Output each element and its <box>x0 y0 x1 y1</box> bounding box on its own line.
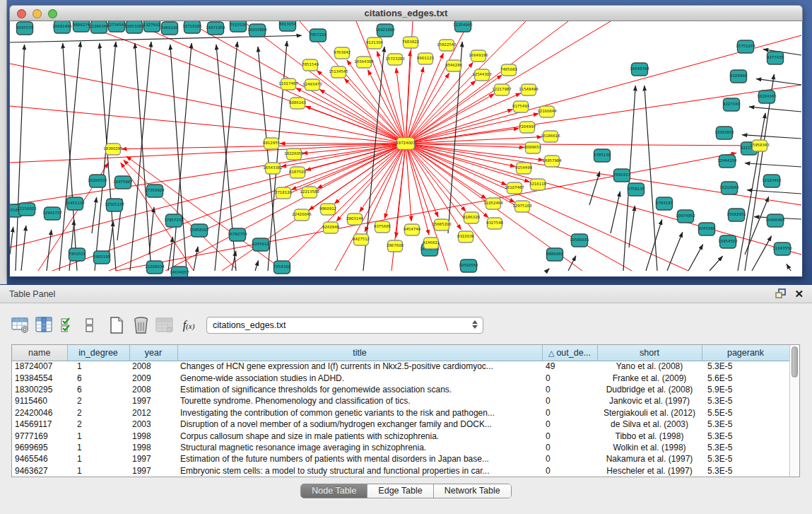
network-view-canvas[interactable]: 4035574206914069806274212663441273454310… <box>10 21 802 276</box>
cell-title[interactable]: Disruption of a novel member of a sodium… <box>177 419 542 430</box>
cell-indeg[interactable]: 1 <box>67 442 129 453</box>
table-row[interactable]: 2242004622012Investigating the contribut… <box>12 407 789 419</box>
cell-short[interactable]: Tibbo et al. (1998) <box>597 430 702 441</box>
cell-year[interactable]: 2008 <box>129 384 177 395</box>
import-table-icon[interactable] <box>153 314 177 337</box>
cell-year[interactable]: 1997 <box>129 465 177 477</box>
select-all-icon[interactable] <box>57 314 81 337</box>
cell-page[interactable]: 5.3E-5 <box>702 442 789 453</box>
cell-title[interactable]: Investigating the contribution of common… <box>177 407 542 419</box>
cell-indeg[interactable]: 6 <box>67 384 129 395</box>
cell-short[interactable]: Franke et al. (2009) <box>597 372 702 383</box>
cell-name[interactable]: 9777169 <box>12 430 67 441</box>
cell-out[interactable]: 0 <box>542 372 597 383</box>
cell-indeg[interactable]: 2 <box>67 395 129 407</box>
network-selector-dropdown[interactable]: citations_edges.txt <box>206 317 483 334</box>
table-row[interactable]: 946362711997Embryonic stem cells: a mode… <box>12 465 789 477</box>
cell-out[interactable]: 0 <box>542 430 597 441</box>
column-header-short[interactable]: short <box>597 345 702 361</box>
cell-out[interactable]: 0 <box>542 419 597 430</box>
table-row[interactable]: 911546021997Tourette syndrome. Phenomeno… <box>12 395 789 407</box>
unselect-all-icon[interactable] <box>81 314 99 337</box>
cell-name[interactable]: 22420046 <box>12 407 67 419</box>
cell-year[interactable]: 1997 <box>129 453 177 465</box>
cell-name[interactable]: 19384554 <box>12 372 67 383</box>
cell-indeg[interactable]: 1 <box>67 453 129 465</box>
cell-title[interactable]: Estimation of significance thresholds fo… <box>177 384 542 395</box>
cell-title[interactable]: Structural magnetic resonance image aver… <box>177 442 542 453</box>
cell-out[interactable]: 0 <box>542 395 597 407</box>
cell-year[interactable]: 1998 <box>129 430 177 441</box>
cell-page[interactable]: 5.3E-5 <box>702 395 789 407</box>
cell-page[interactable]: 5.3E-5 <box>702 465 789 477</box>
cell-page[interactable]: 5.9E-5 <box>702 384 789 395</box>
table-scrollbar[interactable] <box>789 345 799 477</box>
cell-year[interactable]: 2008 <box>129 361 177 372</box>
function-builder-icon[interactable]: f(x) <box>177 314 201 337</box>
table-row[interactable]: 977716911998Corpus callosum shape and si… <box>12 430 789 441</box>
cell-year[interactable]: 2012 <box>129 407 177 419</box>
close-panel-icon[interactable]: ✕ <box>794 288 804 300</box>
table-row[interactable]: 1872400712008Changes of HCN gene express… <box>12 361 789 372</box>
zoom-window-icon[interactable] <box>48 9 57 18</box>
cell-name[interactable]: 9115460 <box>12 395 67 407</box>
table-row[interactable]: 1938455462009Genome-wide association stu… <box>12 372 789 383</box>
cell-year[interactable]: 1997 <box>129 395 177 407</box>
cell-title[interactable]: Corpus callosum shape and size in male p… <box>177 430 542 441</box>
network-window-titlebar[interactable]: citations_edges.txt <box>9 5 803 21</box>
cell-out[interactable]: 0 <box>542 407 597 419</box>
cell-indeg[interactable]: 6 <box>67 372 129 383</box>
tab-edge-table[interactable]: Edge Table <box>367 484 433 498</box>
cell-short[interactable]: Dudbridge et al. (2008) <box>597 384 702 395</box>
cell-page[interactable]: 5.3E-5 <box>702 430 789 441</box>
table-row[interactable]: 1456911722003Disruption of a novel membe… <box>12 419 789 430</box>
table-settings-icon[interactable] <box>8 314 33 337</box>
delete-column-icon[interactable] <box>129 314 153 337</box>
cell-page[interactable]: 5.6E-5 <box>702 372 789 383</box>
cell-short[interactable]: Yano et al. (2008) <box>597 361 702 372</box>
cell-year[interactable]: 1998 <box>129 442 177 453</box>
cell-out[interactable]: 0 <box>542 384 597 395</box>
cell-title[interactable]: Embryonic stem cells: a model to study s… <box>177 465 542 477</box>
cell-page[interactable]: 5.3E-5 <box>702 453 789 465</box>
close-window-icon[interactable] <box>17 9 26 18</box>
table-scrollbar-thumb[interactable] <box>792 346 798 378</box>
cell-page[interactable]: 5.3E-5 <box>702 419 789 430</box>
cell-title[interactable]: Changes of HCN gene expression and I(f) … <box>177 361 542 372</box>
minimize-window-icon[interactable] <box>33 9 42 18</box>
cell-year[interactable]: 2003 <box>129 419 177 430</box>
cell-name[interactable]: 18724007 <box>12 361 67 372</box>
column-header-pagerank[interactable]: pagerank <box>702 345 789 361</box>
cell-title[interactable]: Genome-wide association studies in ADHD. <box>177 372 542 383</box>
cell-short[interactable]: Jankovic et al. (1997) <box>597 395 702 407</box>
select-column-icon[interactable] <box>33 314 57 337</box>
cell-indeg[interactable]: 2 <box>67 407 129 419</box>
column-header-name[interactable]: name <box>12 345 67 361</box>
table-row[interactable]: 969969511998Structural magnetic resonanc… <box>12 442 789 453</box>
column-header-year[interactable]: year <box>129 345 177 361</box>
cell-short[interactable]: Nakamura et al. (1997) <box>597 453 702 465</box>
cell-indeg[interactable]: 1 <box>67 361 129 372</box>
cell-indeg[interactable]: 1 <box>67 430 129 441</box>
column-header-outde[interactable]: △out_de... <box>542 345 597 361</box>
cell-out[interactable]: 49 <box>542 361 597 372</box>
cell-title[interactable]: Estimation of the future numbers of pati… <box>177 453 542 465</box>
cell-year[interactable]: 2009 <box>129 372 177 383</box>
new-column-icon[interactable] <box>105 314 129 337</box>
tab-network-table[interactable]: Network Table <box>434 484 511 498</box>
cell-indeg[interactable]: 2 <box>67 419 129 430</box>
cell-name[interactable]: 9699695 <box>12 442 67 453</box>
cell-short[interactable]: Wolkin et al. (1998) <box>597 442 702 453</box>
cell-short[interactable]: Hescheler et al. (1997) <box>597 465 702 477</box>
float-panel-icon[interactable] <box>775 288 787 299</box>
cell-name[interactable]: 14569117 <box>12 419 67 430</box>
cell-name[interactable]: 9465546 <box>12 453 67 465</box>
cell-name[interactable]: 18300295 <box>12 384 67 395</box>
cell-out[interactable]: 0 <box>542 465 597 477</box>
cell-indeg[interactable]: 1 <box>67 465 129 477</box>
cell-page[interactable]: 5.5E-5 <box>702 407 789 419</box>
cell-short[interactable]: Stergiakouli et al. (2012) <box>597 407 702 419</box>
cell-short[interactable]: de Silva et al. (2003) <box>597 419 702 430</box>
tab-node-table[interactable]: Node Table <box>301 484 367 498</box>
table-row[interactable]: 1830029562008Estimation of significance … <box>12 384 789 395</box>
